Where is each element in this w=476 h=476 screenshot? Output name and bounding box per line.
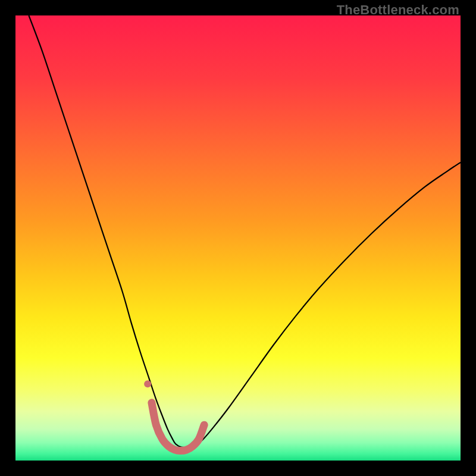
curve-layer (15, 15, 461, 461)
chart-frame: TheBottleneck.com (0, 0, 476, 476)
bottleneck-curve (29, 15, 461, 447)
highlight-dot (144, 380, 151, 387)
plot-area (15, 15, 461, 461)
watermark-text: TheBottleneck.com (337, 2, 459, 18)
